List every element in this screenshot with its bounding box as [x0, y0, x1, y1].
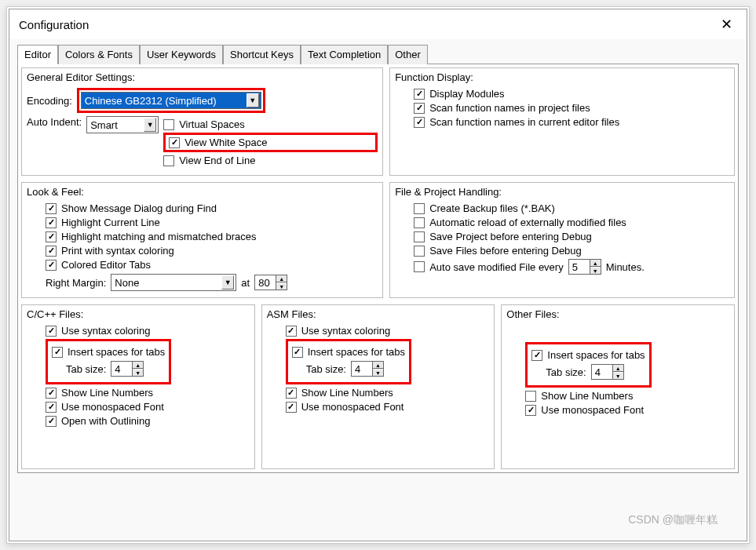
encoding-label: Encoding:: [27, 95, 72, 107]
ccpp-syntax-label: Use syntax coloring: [61, 325, 150, 337]
ccpp-tab-size-value[interactable]: 4: [111, 361, 133, 377]
other-tab-size-value[interactable]: 4: [591, 364, 613, 380]
right-margin-at-spinner[interactable]: 80 ▲▼: [254, 275, 287, 290]
show-msg-checkbox[interactable]: [46, 203, 57, 214]
hl-brace-checkbox[interactable]: [46, 231, 57, 242]
display-modules-checkbox[interactable]: [414, 89, 425, 100]
asm-tab-size-label: Tab size:: [306, 363, 346, 375]
at-value[interactable]: 80: [254, 275, 276, 290]
spin-down-icon[interactable]: ▼: [373, 369, 383, 376]
view-eol-checkbox[interactable]: [163, 155, 174, 166]
view-white-space-highlight: View White Space: [163, 133, 378, 152]
spin-up-icon[interactable]: ▲: [613, 365, 623, 372]
tab-shortcut-keys[interactable]: Shortcut Keys: [223, 45, 301, 64]
encoding-select[interactable]: Chinese GB2312 (Simplified): [81, 92, 261, 109]
tab-colors-fonts[interactable]: Colors & Fonts: [58, 45, 140, 64]
close-icon[interactable]: ✕: [716, 16, 737, 33]
encoding-value: Chinese GB2312 (Simplified): [85, 95, 217, 107]
ccpp-line-nums-checkbox[interactable]: [46, 388, 57, 399]
ccpp-tab-highlight: Insert spaces for tabs Tab size: 4 ▲▼: [46, 339, 171, 384]
ccpp-tab-size-spinner[interactable]: 4 ▲▼: [111, 361, 144, 377]
colored-tabs-checkbox[interactable]: [46, 260, 57, 271]
colored-tabs-label: Colored Editor Tabs: [61, 259, 151, 271]
tab-content: General Editor Settings: Encoding: Chine…: [17, 64, 739, 473]
scan-editor-checkbox[interactable]: [414, 117, 425, 128]
spin-down-icon[interactable]: ▼: [613, 372, 623, 379]
scan-editor-label: Scan function names in current editor fi…: [429, 116, 619, 128]
other-line-nums-checkbox[interactable]: [525, 391, 536, 402]
save-project-label: Save Project before entering Debug: [429, 231, 592, 242]
ccpp-files-panel: C/C++ Files: Use syntax coloring Insert …: [21, 304, 255, 469]
watermark: CSDN @咖喱年糕: [628, 513, 718, 527]
other-title: Other Files:: [506, 308, 729, 320]
auto-save-checkbox[interactable]: [414, 261, 425, 272]
asm-insert-spaces-label: Insert spaces for tabs: [308, 346, 405, 358]
spin-up-icon[interactable]: ▲: [373, 362, 383, 369]
auto-save-label: Auto save modified File every: [429, 261, 564, 273]
at-label: at: [241, 277, 250, 289]
asm-line-nums-checkbox[interactable]: [286, 388, 297, 399]
auto-indent-select[interactable]: Smart: [86, 116, 159, 133]
view-white-space-checkbox[interactable]: [169, 137, 180, 148]
auto-indent-label: Auto Indent:: [27, 116, 82, 128]
file-handling-panel: File & Project Handling: Create Backup f…: [389, 182, 735, 298]
save-project-checkbox[interactable]: [414, 231, 425, 242]
general-editor-panel: General Editor Settings: Encoding: Chine…: [21, 67, 383, 176]
view-eol-label: View End of Line: [179, 155, 255, 166]
other-insert-spaces-label: Insert spaces for tabs: [547, 349, 645, 361]
other-insert-spaces-checkbox[interactable]: [531, 350, 542, 361]
ccpp-insert-spaces-checkbox[interactable]: [52, 347, 63, 358]
tab-editor[interactable]: Editor: [17, 45, 58, 64]
spin-down-icon[interactable]: ▼: [590, 267, 601, 274]
print-syntax-checkbox[interactable]: [46, 246, 57, 257]
tab-user-keywords[interactable]: User Keywords: [140, 45, 223, 64]
ccpp-outlining-checkbox[interactable]: [46, 416, 57, 427]
auto-save-value[interactable]: 5: [568, 259, 590, 275]
asm-syntax-checkbox[interactable]: [286, 326, 297, 337]
ccpp-syntax-checkbox[interactable]: [46, 326, 57, 337]
asm-tab-size-value[interactable]: 4: [351, 361, 373, 377]
asm-line-nums-label: Show Line Numbers: [301, 387, 393, 399]
ccpp-line-nums-label: Show Line Numbers: [61, 387, 153, 399]
asm-mono-checkbox[interactable]: [286, 402, 297, 413]
virtual-spaces-label: Virtual Spaces: [179, 118, 245, 130]
other-line-nums-label: Show Line Numbers: [541, 390, 633, 402]
tab-other[interactable]: Other: [388, 45, 428, 64]
hl-brace-label: Highlight matching and mismatched braces: [61, 231, 257, 242]
ccpp-title: C/C++ Files:: [27, 308, 250, 320]
asm-insert-spaces-checkbox[interactable]: [292, 347, 303, 358]
right-margin-select[interactable]: None: [111, 274, 236, 291]
asm-title: ASM Files:: [267, 308, 490, 320]
chevron-down-icon[interactable]: [247, 93, 259, 107]
chevron-down-icon[interactable]: [221, 275, 234, 290]
minutes-label: Minutes.: [606, 261, 645, 273]
other-tab-size-spinner[interactable]: 4 ▲▼: [591, 364, 624, 380]
backup-checkbox[interactable]: [414, 203, 425, 214]
spin-up-icon[interactable]: ▲: [590, 260, 601, 267]
auto-save-spinner[interactable]: 5 ▲▼: [568, 259, 601, 275]
other-files-panel: Other Files: Insert spaces for tabs Tab …: [501, 304, 735, 469]
scan-project-checkbox[interactable]: [414, 103, 425, 114]
spin-up-icon[interactable]: ▲: [276, 275, 287, 282]
titlebar: Configuration ✕: [9, 9, 747, 39]
chevron-down-icon[interactable]: [144, 118, 156, 132]
auto-reload-checkbox[interactable]: [414, 217, 425, 228]
hl-line-checkbox[interactable]: [46, 217, 57, 228]
other-mono-checkbox[interactable]: [525, 405, 536, 416]
backup-label: Create Backup files (*.BAK): [429, 202, 555, 214]
configuration-dialog: Configuration ✕ Editor Colors & Fonts Us…: [9, 9, 747, 541]
asm-tab-size-spinner[interactable]: 4 ▲▼: [351, 361, 384, 377]
virtual-spaces-checkbox[interactable]: [163, 119, 174, 130]
spin-up-icon[interactable]: ▲: [133, 362, 143, 369]
other-tab-highlight: Insert spaces for tabs Tab size: 4 ▲▼: [525, 342, 651, 388]
asm-mono-label: Use monospaced Font: [301, 401, 404, 413]
save-files-label: Save Files before entering Debug: [429, 245, 582, 257]
ccpp-insert-spaces-label: Insert spaces for tabs: [68, 346, 165, 358]
spin-down-icon[interactable]: ▼: [276, 282, 287, 290]
general-title: General Editor Settings:: [27, 71, 378, 83]
save-files-checkbox[interactable]: [414, 246, 425, 257]
tab-text-completion[interactable]: Text Completion: [301, 45, 388, 64]
other-mono-label: Use monospaced Font: [541, 404, 644, 416]
ccpp-mono-checkbox[interactable]: [46, 402, 57, 413]
spin-down-icon[interactable]: ▼: [133, 369, 143, 376]
